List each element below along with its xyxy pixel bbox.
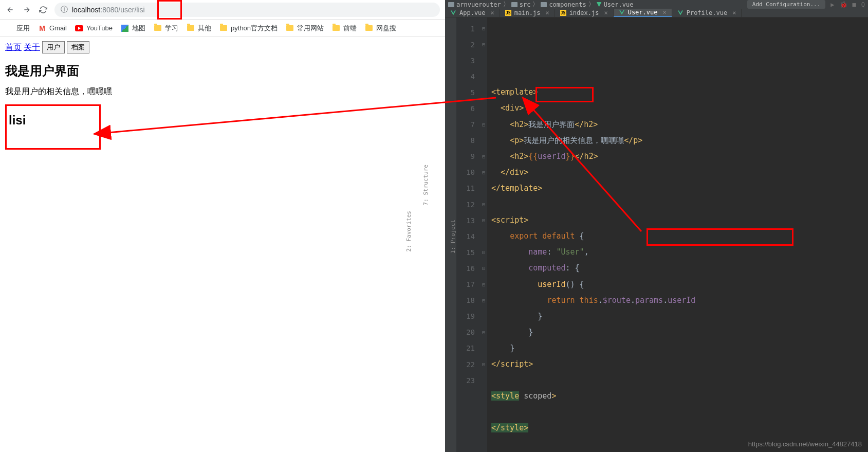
debug-icon[interactable]: 🐞 (840, 1, 847, 8)
fold-icon[interactable]: ⊟ (482, 202, 485, 207)
folder-icon (365, 24, 373, 32)
tab-index-js[interactable]: JSindex.js× (555, 9, 614, 17)
fold-icon[interactable]: ⊟ (482, 282, 485, 287)
fold-icon[interactable]: ⊟ (482, 265, 485, 271)
close-icon[interactable]: × (545, 9, 549, 16)
line-number: 20⊟ (456, 324, 487, 340)
tab-profile-vue[interactable]: Profile.vue× (672, 9, 742, 17)
about-link[interactable]: 关于 (24, 42, 40, 53)
close-icon[interactable]: × (662, 9, 666, 16)
fold-icon[interactable]: ⊟ (482, 249, 485, 255)
code-line[interactable]: userId() { (487, 277, 868, 293)
reload-button[interactable] (38, 5, 48, 15)
fold-icon[interactable]: ⊟ (482, 330, 485, 335)
line-number: 4 (456, 68, 487, 84)
annotation-box (157, 0, 182, 20)
maps-icon (121, 24, 129, 32)
code-line[interactable]: } (487, 309, 868, 324)
line-number: 13⊟ (456, 212, 487, 228)
fold-icon[interactable]: ⊟ (482, 218, 485, 223)
breadcrumb-item[interactable]: arnvuerouter (448, 1, 501, 8)
project-tool[interactable]: 1: Project (450, 220, 456, 254)
watermark: https://blog.csdn.net/weixin_44827418 (748, 440, 862, 448)
tab-user-vue[interactable]: User.vue× (614, 9, 672, 17)
tab-label: index.js (569, 9, 599, 16)
stop-icon[interactable]: ■ (853, 1, 856, 8)
line-number: 1⊟ (456, 21, 487, 37)
code-line[interactable]: <div> (487, 100, 868, 116)
run-icon[interactable]: ▶ (830, 1, 834, 8)
code-line[interactable]: name: "User", (487, 244, 868, 260)
line-number: 18⊟ (456, 293, 487, 309)
code-line[interactable]: <p>我是用户的相关信息，嘿嘿嘿</p> (487, 133, 868, 149)
archive-button[interactable]: 档案 (67, 41, 89, 53)
userid-display: lisi (9, 113, 94, 128)
bookmarks-bar: 应用 MGmail YouTube 地图 学习 其他 python官方文档 常用… (0, 20, 445, 37)
line-number: 22⊟ (456, 356, 487, 372)
tab-main-js[interactable]: JSmain.js× (500, 9, 555, 17)
code-line[interactable] (487, 404, 868, 420)
favorites-tool[interactable]: 2: Favorites (405, 211, 412, 251)
search-icon[interactable]: Q (861, 1, 865, 8)
tab-app-vue[interactable]: App.vue× (445, 9, 500, 17)
breadcrumb-item[interactable]: src (511, 1, 531, 8)
close-icon[interactable]: × (604, 9, 607, 16)
code-line[interactable]: <h2>{{userId}}</h2> (487, 149, 868, 165)
breadcrumb-item[interactable]: User.vue (597, 1, 634, 8)
tab-label: App.vue (459, 9, 486, 16)
fold-icon[interactable]: ⊟ (482, 298, 485, 303)
url-text: localhost:8080/user/lisi (72, 6, 145, 14)
bookmark-study[interactable]: 学习 (154, 24, 178, 33)
bookmark-gmail[interactable]: MGmail (38, 24, 67, 32)
youtube-icon (75, 24, 83, 32)
bookmark-frontend[interactable]: 前端 (332, 24, 357, 33)
code-line[interactable]: </template> (487, 180, 868, 196)
address-bar[interactable]: ⓘ localhost:8080/user/lisi (54, 3, 440, 17)
bookmark-python[interactable]: python官方文档 (219, 24, 278, 33)
code-line[interactable] (487, 196, 868, 212)
code-line[interactable]: } (487, 340, 868, 356)
folder-icon (511, 2, 518, 7)
code-line[interactable]: <script> (487, 212, 868, 228)
code-area[interactable]: <template> <div> <h2>我是用户界面</h2> <p>我是用户… (487, 17, 868, 452)
breadcrumb-item[interactable]: components (541, 1, 586, 8)
line-number: 17⊟ (456, 277, 487, 293)
bookmark-youtube[interactable]: YouTube (75, 24, 113, 32)
code-line[interactable]: <h2>我是用户界面</h2> (487, 117, 868, 133)
info-icon: ⓘ (61, 5, 68, 14)
code-line[interactable]: return this.$route.params.userId (487, 293, 868, 309)
line-number: 19 (456, 309, 487, 324)
back-button[interactable] (5, 5, 15, 15)
bookmark-maps[interactable]: 地图 (121, 24, 145, 33)
add-configuration-button[interactable]: Add Configuration... (747, 0, 825, 9)
vue-icon (450, 10, 456, 16)
code-line[interactable] (487, 372, 868, 388)
fold-icon[interactable]: ⊟ (482, 26, 485, 31)
fold-icon[interactable]: ⊟ (482, 154, 485, 159)
bookmark-apps[interactable]: 应用 (5, 24, 30, 33)
structure-tool[interactable]: 7: Structure (422, 165, 429, 205)
code-line[interactable]: computed: { (487, 260, 868, 276)
fold-icon[interactable]: ⊟ (482, 122, 485, 128)
line-number: 7⊟ (456, 117, 487, 133)
forward-button[interactable] (22, 5, 32, 15)
fold-icon[interactable]: ⊟ (482, 170, 485, 175)
close-icon[interactable]: × (491, 9, 494, 16)
editor-tabs: App.vue×JSmain.js×JSindex.js×User.vue×Pr… (445, 9, 868, 17)
code-line[interactable]: </script> (487, 356, 868, 372)
user-button[interactable]: 用户 (42, 41, 65, 53)
code-line[interactable]: </div> (487, 165, 868, 180)
bookmark-common[interactable]: 常用网站 (286, 24, 324, 33)
code-line[interactable]: </style> (487, 420, 868, 436)
line-number: 12⊟ (456, 196, 487, 212)
home-link[interactable]: 首页 (5, 42, 22, 53)
js-icon: JS (560, 10, 566, 16)
bookmark-netdisk[interactable]: 网盘搜 (365, 24, 396, 33)
code-line[interactable]: } (487, 324, 868, 340)
fold-icon[interactable]: ⊟ (482, 361, 485, 367)
line-number: 16⊟ (456, 260, 487, 276)
fold-icon[interactable]: ⊟ (482, 42, 485, 47)
bookmark-other[interactable]: 其他 (187, 24, 211, 33)
code-line[interactable]: <style scoped> (487, 388, 868, 404)
close-icon[interactable]: × (732, 9, 736, 16)
